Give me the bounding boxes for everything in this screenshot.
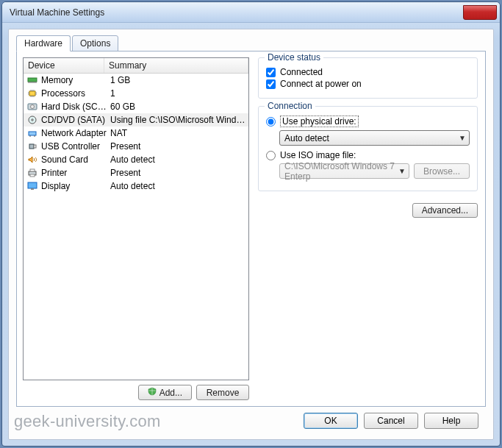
disk-icon (26, 102, 38, 112)
device-list[interactable]: Device Summary Memory1 GBProcessors1Hard… (23, 57, 249, 380)
device-row[interactable]: CD/DVD (SATA)Using file C:\ISO\Microsoft… (24, 113, 248, 127)
device-row[interactable]: PrinterPresent (24, 166, 248, 179)
use-iso-row: Use ISO image file: (266, 150, 470, 160)
device-summary: Auto detect (107, 181, 245, 191)
connection-group: Connection Use physical drive: Auto dete… (258, 106, 478, 191)
svg-rect-8 (34, 145, 36, 148)
device-row[interactable]: Memory1 GB (24, 74, 248, 87)
svg-point-5 (32, 119, 33, 121)
device-row[interactable]: Sound CardAuto detect (24, 153, 248, 166)
use-physical-radio[interactable] (266, 117, 276, 127)
usb-icon (26, 141, 38, 152)
device-list-header: Device Summary (24, 58, 248, 74)
device-row[interactable]: DisplayAuto detect (24, 179, 248, 193)
device-summary: 60 GB (107, 102, 245, 112)
device-name: Processors (41, 88, 107, 99)
close-button[interactable] (463, 5, 497, 20)
device-status-group: Device status Connected Connect at power… (258, 57, 478, 99)
connect-poweron-label: Connect at power on (280, 79, 362, 89)
connected-row: Connected (266, 67, 470, 77)
dialog-button-row: OK Cancel Help (16, 407, 486, 432)
svg-rect-1 (29, 91, 35, 96)
device-summary: Present (107, 141, 245, 152)
remove-button[interactable]: Remove (196, 385, 249, 400)
device-summary: Present (107, 168, 245, 178)
svg-rect-10 (30, 169, 35, 171)
advanced-label: Advanced... (422, 205, 468, 216)
vm-settings-window: Virtual Machine Settings Hardware Option… (1, 1, 501, 447)
connect-poweron-row: Connect at power on (266, 79, 470, 89)
connected-checkbox[interactable] (266, 68, 276, 77)
device-summary: 1 (107, 88, 245, 99)
svg-rect-12 (28, 182, 37, 188)
cancel-button[interactable]: Cancel (364, 413, 418, 429)
physical-drive-value: Auto detect (284, 133, 329, 143)
device-row[interactable]: USB ControllerPresent (24, 140, 248, 153)
physical-drive-combo[interactable]: Auto detect ▼ (279, 130, 470, 146)
svg-rect-11 (30, 174, 35, 177)
settings-column: Device status Connected Connect at power… (258, 57, 479, 400)
memory-icon (26, 75, 38, 85)
printer-icon (26, 168, 38, 178)
use-physical-row: Use physical drive: (266, 115, 470, 127)
svg-rect-7 (29, 144, 34, 149)
device-name: CD/DVD (SATA) (41, 115, 107, 125)
add-button-label: Add... (159, 388, 182, 398)
shield-icon (148, 387, 157, 398)
window-title: Virtual Machine Settings (10, 7, 104, 18)
use-iso-radio[interactable] (266, 151, 276, 160)
header-device[interactable]: Device (24, 58, 104, 73)
connection-title: Connection (265, 101, 315, 111)
device-name: Hard Disk (SCSI) (41, 102, 107, 112)
tabs: Hardware Options (16, 35, 486, 51)
advanced-row: Advanced... (258, 203, 478, 218)
device-summary: Using file C:\ISO\Microsoft Windo... (107, 115, 245, 125)
device-summary: Auto detect (107, 154, 245, 165)
device-name: Sound Card (41, 154, 107, 165)
titlebar: Virtual Machine Settings (2, 2, 500, 23)
use-iso-label: Use ISO image file: (280, 150, 356, 160)
hardware-panel: Device Summary Memory1 GBProcessors1Hard… (16, 51, 486, 407)
device-name: Network Adapter (41, 128, 107, 138)
device-name: Printer (41, 168, 107, 178)
net-icon (26, 128, 38, 138)
iso-path-value: C:\ISO\Microsoft Windows 7 Enterp (284, 161, 398, 182)
disc-icon (26, 115, 38, 125)
dialog-body: Hardware Options Device Summary Memory1 … (8, 29, 494, 440)
device-rows: Memory1 GBProcessors1Hard Disk (SCSI)60 … (24, 74, 248, 380)
chevron-down-icon: ▼ (459, 134, 466, 142)
tab-options[interactable]: Options (72, 35, 118, 51)
iso-path-combo: C:\ISO\Microsoft Windows 7 Enterp ▼ (279, 163, 409, 179)
svg-rect-6 (29, 132, 36, 135)
use-physical-label: Use physical drive: (280, 115, 359, 127)
add-button[interactable]: Add... (138, 385, 192, 400)
remove-button-label: Remove (207, 388, 240, 398)
device-name: Memory (41, 75, 107, 85)
iso-sub: C:\ISO\Microsoft Windows 7 Enterp ▼ Brow… (279, 163, 470, 179)
help-button[interactable]: Help (424, 413, 478, 429)
svg-rect-13 (31, 188, 34, 190)
device-column: Device Summary Memory1 GBProcessors1Hard… (23, 57, 249, 400)
ok-button[interactable]: OK (304, 413, 358, 429)
svg-point-3 (31, 105, 35, 109)
sound-icon (26, 154, 38, 165)
physical-drive-sub: Auto detect ▼ (279, 130, 470, 146)
connect-poweron-checkbox[interactable] (266, 79, 276, 89)
device-name: USB Controller (41, 141, 107, 152)
advanced-button[interactable]: Advanced... (412, 203, 478, 218)
device-status-title: Device status (265, 52, 323, 63)
connected-label: Connected (280, 67, 323, 77)
device-row[interactable]: Network AdapterNAT (24, 127, 248, 140)
device-summary: 1 GB (107, 75, 245, 85)
device-list-buttons: Add... Remove (23, 385, 249, 400)
svg-rect-0 (28, 78, 37, 82)
tab-hardware[interactable]: Hardware (16, 35, 71, 51)
chevron-down-icon: ▼ (398, 167, 406, 175)
device-row[interactable]: Hard Disk (SCSI)60 GB (24, 100, 248, 113)
header-summary[interactable]: Summary (104, 58, 248, 73)
browse-label: Browse... (423, 166, 460, 177)
display-icon (26, 181, 38, 191)
cpu-icon (26, 88, 38, 99)
device-name: Display (41, 181, 107, 191)
device-row[interactable]: Processors1 (24, 87, 248, 100)
